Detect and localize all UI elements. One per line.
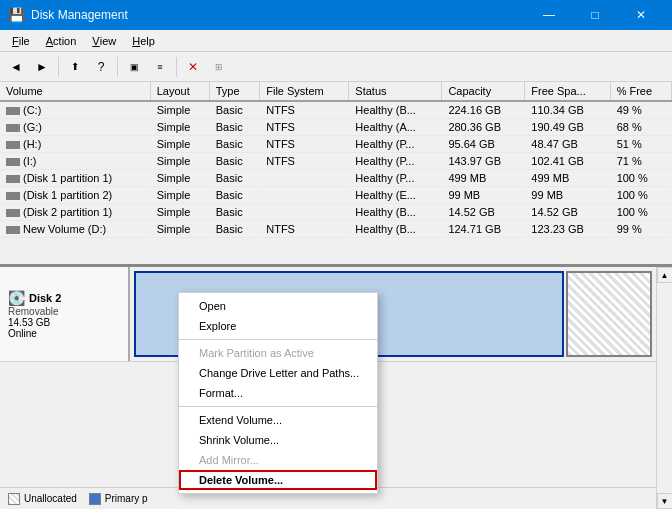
- col-status[interactable]: Status: [349, 82, 442, 101]
- table-cell: 100 %: [610, 170, 671, 187]
- table-row[interactable]: New Volume (D:)SimpleBasicNTFSHealthy (B…: [0, 221, 672, 238]
- up-button[interactable]: ⬆: [63, 55, 87, 79]
- ctx-change-letter[interactable]: Change Drive Letter and Paths...: [179, 363, 377, 383]
- table-cell: 143.97 GB: [442, 153, 525, 170]
- properties-button[interactable]: ⊞: [207, 55, 231, 79]
- col-volume[interactable]: Volume: [0, 82, 150, 101]
- legend-label-unallocated: Unallocated: [24, 493, 77, 504]
- ctx-format[interactable]: Format...: [179, 383, 377, 403]
- col-capacity[interactable]: Capacity: [442, 82, 525, 101]
- col-type[interactable]: Type: [209, 82, 259, 101]
- maximize-button[interactable]: □: [572, 0, 618, 30]
- ctx-explore[interactable]: Explore: [179, 316, 377, 336]
- row-indicator-icon: [6, 226, 20, 234]
- vertical-scrollbar[interactable]: ▲ ▼: [656, 267, 672, 509]
- disk-scroll-content: 💽 Disk 2 Removable 14.53 GB Online 14.52…: [0, 267, 656, 509]
- toolbar-separator-3: [176, 57, 177, 77]
- ctx-shrink[interactable]: Shrink Volume...: [179, 430, 377, 450]
- table-cell: Healthy (B...: [349, 221, 442, 238]
- table-cell: Basic: [209, 153, 259, 170]
- menu-file[interactable]: File: [4, 30, 38, 51]
- table-cell: (C:): [0, 101, 150, 119]
- row-indicator-icon: [6, 107, 20, 115]
- col-freespace[interactable]: Free Spa...: [525, 82, 610, 101]
- help-button[interactable]: ?: [89, 55, 113, 79]
- scroll-up-arrow[interactable]: ▲: [657, 267, 673, 283]
- volume-table: Volume Layout Type File System Status Ca…: [0, 82, 672, 238]
- table-row[interactable]: (I:)SimpleBasicNTFSHealthy (P...143.97 G…: [0, 153, 672, 170]
- ctx-open[interactable]: Open: [179, 296, 377, 316]
- table-row[interactable]: (Disk 1 partition 1)SimpleBasicHealthy (…: [0, 170, 672, 187]
- list-button[interactable]: ≡: [148, 55, 172, 79]
- main-content: Volume Layout Type File System Status Ca…: [0, 82, 672, 509]
- table-cell: (G:): [0, 119, 150, 136]
- table-cell: 51 %: [610, 136, 671, 153]
- partition-unallocated[interactable]: [566, 271, 652, 357]
- table-cell: 99 MB: [442, 187, 525, 204]
- ctx-extend[interactable]: Extend Volume...: [179, 410, 377, 430]
- map-button[interactable]: ▣: [122, 55, 146, 79]
- table-cell: Basic: [209, 101, 259, 119]
- table-cell: Basic: [209, 221, 259, 238]
- table-cell: 48.47 GB: [525, 136, 610, 153]
- disk-status: Online: [8, 328, 120, 339]
- toolbar-separator-1: [58, 57, 59, 77]
- table-row[interactable]: (Disk 2 partition 1)SimpleBasicHealthy (…: [0, 204, 672, 221]
- table-scroll[interactable]: Volume Layout Type File System Status Ca…: [0, 82, 672, 264]
- window-controls: — □ ✕: [526, 0, 664, 30]
- legend-unallocated: Unallocated: [8, 493, 77, 505]
- close-button[interactable]: ✕: [618, 0, 664, 30]
- minimize-button[interactable]: —: [526, 0, 572, 30]
- col-layout[interactable]: Layout: [150, 82, 209, 101]
- table-row[interactable]: (G:)SimpleBasicNTFSHealthy (A...280.36 G…: [0, 119, 672, 136]
- table-cell: (I:): [0, 153, 150, 170]
- table-cell: 499 MB: [442, 170, 525, 187]
- ctx-add-mirror: Add Mirror...: [179, 450, 377, 470]
- toolbar: ◄ ► ⬆ ? ▣ ≡ ✕ ⊞: [0, 52, 672, 82]
- table-cell: (Disk 2 partition 1): [0, 204, 150, 221]
- row-indicator-icon: [6, 175, 20, 183]
- table-cell: Simple: [150, 119, 209, 136]
- table-cell: 95.64 GB: [442, 136, 525, 153]
- table-cell: (Disk 1 partition 2): [0, 187, 150, 204]
- col-freepct[interactable]: % Free: [610, 82, 671, 101]
- table-row[interactable]: (C:)SimpleBasicNTFSHealthy (B...224.16 G…: [0, 101, 672, 119]
- col-filesystem[interactable]: File System: [260, 82, 349, 101]
- table-cell: Healthy (P...: [349, 170, 442, 187]
- context-menu: Open Explore Mark Partition as Active Ch…: [178, 292, 378, 494]
- table-cell: Simple: [150, 170, 209, 187]
- table-cell: Basic: [209, 136, 259, 153]
- forward-button[interactable]: ►: [30, 55, 54, 79]
- table-row[interactable]: (Disk 1 partition 2)SimpleBasicHealthy (…: [0, 187, 672, 204]
- table-cell: 499 MB: [525, 170, 610, 187]
- row-indicator-icon: [6, 124, 20, 132]
- table-cell: 14.52 GB: [442, 204, 525, 221]
- table-cell: NTFS: [260, 221, 349, 238]
- app-icon: 💾: [8, 7, 25, 23]
- ctx-delete-volume[interactable]: Delete Volume...: [179, 470, 377, 490]
- table-cell: 14.52 GB: [525, 204, 610, 221]
- scroll-down-arrow[interactable]: ▼: [657, 493, 673, 509]
- table-row[interactable]: (H:)SimpleBasicNTFSHealthy (P...95.64 GB…: [0, 136, 672, 153]
- legend-box-unallocated: [8, 493, 20, 505]
- menu-action[interactable]: Action: [38, 30, 85, 51]
- table-cell: 123.23 GB: [525, 221, 610, 238]
- table-cell: NTFS: [260, 136, 349, 153]
- table-cell: Basic: [209, 170, 259, 187]
- table-cell: New Volume (D:): [0, 221, 150, 238]
- window-title: Disk Management: [31, 8, 520, 22]
- table-cell: 280.36 GB: [442, 119, 525, 136]
- row-indicator-icon: [6, 141, 20, 149]
- row-indicator-icon: [6, 158, 20, 166]
- table-cell: 190.49 GB: [525, 119, 610, 136]
- table-cell: Simple: [150, 204, 209, 221]
- menu-view[interactable]: View: [84, 30, 124, 51]
- table-cell: [260, 204, 349, 221]
- menu-help[interactable]: Help: [124, 30, 163, 51]
- delete-button[interactable]: ✕: [181, 55, 205, 79]
- row-indicator-icon: [6, 209, 20, 217]
- toolbar-separator-2: [117, 57, 118, 77]
- table-cell: Simple: [150, 221, 209, 238]
- legend-box-primary: [89, 493, 101, 505]
- back-button[interactable]: ◄: [4, 55, 28, 79]
